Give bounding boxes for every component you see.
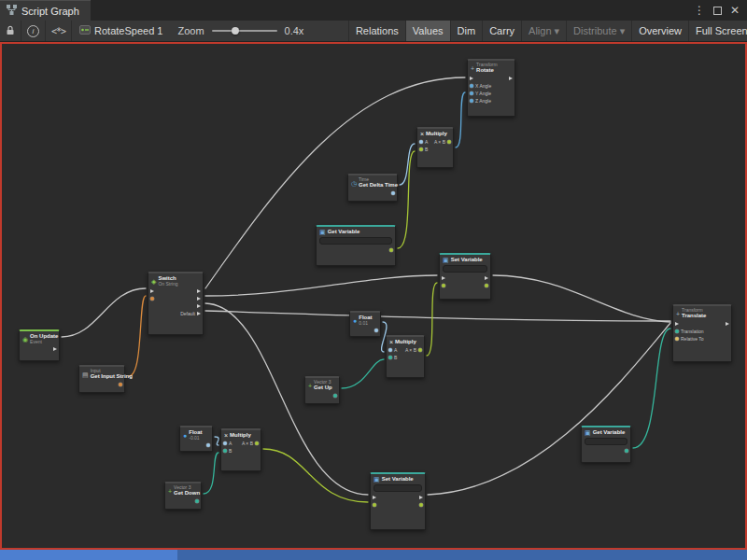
node-translate[interactable]: +TransformTranslateTranslationRelative T… [672,304,732,362]
output-port-a-b[interactable]: A × B [242,441,259,446]
input-port-a[interactable]: A [223,441,232,446]
input-port[interactable] [150,288,156,294]
input-port-b[interactable]: B [388,355,397,360]
value-port-icon [470,99,473,103]
input-port-x-angle[interactable]: X Angle [470,83,491,89]
variable-name-field[interactable] [585,438,627,445]
node-vector3-get-up[interactable]: +Vector 3Get Up [304,376,340,404]
input-port-z-angle[interactable]: Z Angle [470,98,491,104]
input-port[interactable] [150,296,156,301]
variable-name-field[interactable] [443,265,487,273]
output-port-a-b[interactable]: A × B [405,347,422,353]
node-float-b[interactable]: ●Float-0.01 [179,426,213,452]
node-multiply-mid[interactable]: ×MultiplyABA × B [386,335,425,378]
input-port-translation[interactable]: Translation [675,329,704,334]
toolbar-button-full-screen[interactable]: Full Screen [688,21,747,41]
zoom-slider[interactable] [212,30,277,32]
node-header: ×Multiply [387,337,424,346]
input-port[interactable] [442,275,447,281]
output-port[interactable] [193,498,199,504]
output-port[interactable] [373,328,378,333]
script-graph-window: Script Graph ⋮ ✕ i <*> [0,0,747,560]
input-port-relative-to[interactable]: Relative To [675,336,704,342]
node-multiply-top[interactable]: ×MultiplyABA × B [416,127,454,168]
port-label: Relative To [681,336,704,342]
node-title-block: Multiply [395,339,416,345]
output-port[interactable] [483,283,488,288]
toolbar-button-values[interactable]: Values [405,21,450,41]
node-header: ▣Get Variable [582,427,630,437]
info-button[interactable]: i [21,21,46,41]
node-vector3-get-down[interactable]: +Vector 3Get Down [164,482,202,510]
output-port[interactable] [195,296,201,301]
input-port-y-angle[interactable]: Y Angle [470,91,491,96]
input-port-a[interactable]: A [388,347,397,353]
output-port[interactable] [388,247,393,253]
node-get-variable-br[interactable]: ▣Get Variable [581,426,631,463]
toolbar-button-relations[interactable]: Relations [348,21,405,41]
node-set-variable-bot[interactable]: ▣Set Variable [370,472,426,530]
on-update-icon: ◉ [22,336,28,343]
output-port[interactable] [331,393,337,399]
input-port[interactable] [675,321,704,327]
navigate-button[interactable]: <*> [46,21,72,41]
input-port-a[interactable]: A [419,139,428,145]
node-multiply-bot[interactable]: ×MultiplyABA × B [220,428,261,471]
node-rotate[interactable]: +TransformRotateX AngleY AngleZ Angle [467,59,515,117]
node-title: Get Variable [593,429,626,436]
output-port[interactable] [117,382,122,387]
input-port-b[interactable]: B [223,448,232,454]
lock-button[interactable] [0,21,21,41]
graph-canvas[interactable]: ◉On UpdateEvent▤InputGet Input String◈Sw… [0,42,747,550]
output-port[interactable] [51,346,57,352]
toolbar-button-carry[interactable]: Carry [482,21,521,41]
output-port[interactable] [507,76,513,81]
output-port[interactable] [389,190,395,196]
variable-name-field[interactable] [319,237,392,245]
node-get-delta-time[interactable]: ◷TimeGet Delta Time [347,174,398,202]
navigate-icon: <*> [51,26,65,36]
zoom-slider-thumb[interactable] [232,27,239,35]
input-port[interactable] [442,283,447,288]
close-icon[interactable]: ✕ [727,3,742,18]
input-port-b[interactable]: B [419,147,428,152]
value-port-icon [485,284,488,287]
output-port[interactable] [417,502,423,508]
node-title-block: Float-0.01 [189,429,202,441]
output-port[interactable] [195,303,201,309]
node-set-variable-mid[interactable]: ▣Set Variable [439,253,491,300]
toolbar-button-align[interactable]: Align ▾ [521,21,566,41]
window-menu-icon[interactable]: ⋮ [692,3,707,18]
node-subtext: 0.01 [359,321,372,326]
node-header: +TransformTranslate [673,306,731,320]
variable-name-field[interactable] [374,484,422,492]
value-port-icon [195,499,199,503]
output-port[interactable] [724,321,729,327]
input-port[interactable] [470,76,491,81]
flow-port-icon [470,77,473,80]
output-port[interactable] [623,448,628,454]
output-port[interactable] [417,495,423,500]
graph-breadcrumb[interactable]: RotateSpeed 1 [72,24,170,37]
output-port[interactable] [195,288,201,294]
multiply-top-icon: × [420,131,424,137]
toolbar-button-dim[interactable]: Dim [450,21,483,41]
tab-script-graph[interactable]: Script Graph [0,0,91,21]
output-port[interactable] [204,442,210,448]
port-label: B [394,355,397,360]
node-get-variable-mid[interactable]: ▣Get Variable [316,225,396,266]
toolbar-button-overview[interactable]: Overview [631,21,688,41]
node-switch[interactable]: ◈SwitchOn StringDefault [148,272,204,335]
zoom-label: Zoom [177,25,204,36]
output-port-a-b[interactable]: A × B [434,139,451,145]
node-on-update[interactable]: ◉On UpdateEvent [19,329,60,361]
node-get-input-string[interactable]: ▤InputGet Input String [78,365,125,393]
node-title-block: Get Variable [328,229,360,235]
maximize-icon[interactable] [710,3,725,18]
output-port-default[interactable]: Default [180,311,201,316]
input-port[interactable] [373,495,378,500]
toolbar-button-distribute[interactable]: Distribute ▾ [566,21,631,41]
node-float-a[interactable]: ●Float0.01 [349,311,381,337]
output-port[interactable] [483,275,488,281]
input-port[interactable] [373,502,378,508]
